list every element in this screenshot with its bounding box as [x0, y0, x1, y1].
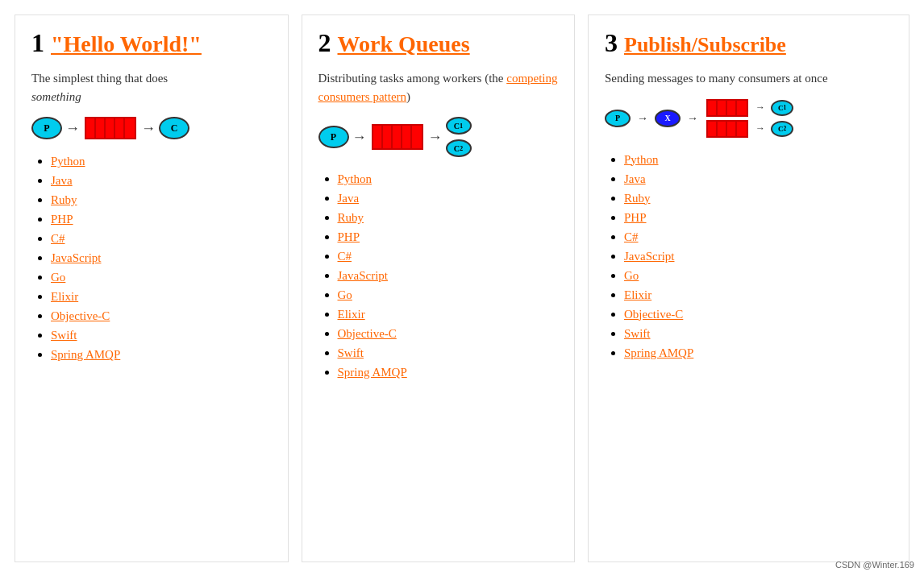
- col2-title: 2 Work Queues: [318, 28, 559, 58]
- list-item: PHP: [338, 230, 559, 244]
- link-swift[interactable]: Swift: [51, 329, 77, 342]
- col1-number: 1: [31, 28, 44, 58]
- arrow-2: →: [141, 120, 156, 137]
- link-ruby[interactable]: Ruby: [624, 192, 651, 205]
- q-seg: [115, 118, 125, 138]
- col1-panel: 1 "Hello World!" The simplest thing that…: [15, 15, 289, 562]
- col3-number: 3: [605, 28, 618, 58]
- q-seg: [86, 118, 96, 138]
- col2-diagram: P → → C1 C2: [318, 117, 559, 157]
- link-python[interactable]: Python: [624, 153, 659, 166]
- exchange-oval: X: [655, 110, 681, 127]
- link-springamqp[interactable]: Spring AMQP: [338, 366, 407, 379]
- list-item: Objective-C: [624, 307, 893, 321]
- multi-queue-consumer: → C1 → C2: [705, 99, 793, 138]
- link-objectivec[interactable]: Objective-C: [51, 309, 110, 322]
- q-seg: [737, 122, 747, 136]
- consumer1-oval: C1: [771, 100, 793, 116]
- link-elixir[interactable]: Elixir: [338, 308, 365, 321]
- link-go[interactable]: Go: [338, 288, 352, 301]
- col3-description: Sending messages to many consumers at on…: [605, 69, 893, 88]
- consumer-row-1: C1: [446, 117, 472, 135]
- link-python[interactable]: Python: [51, 155, 85, 168]
- link-go[interactable]: Go: [51, 271, 65, 284]
- list-item: Go: [624, 268, 893, 283]
- link-objectivec[interactable]: Objective-C: [338, 327, 397, 340]
- arrow-3a: →: [755, 102, 765, 114]
- link-csharp[interactable]: C#: [51, 232, 65, 245]
- list-item: Spring AMQP: [624, 346, 893, 360]
- queue-box-1: [706, 99, 748, 117]
- link-elixir[interactable]: Elixir: [51, 290, 78, 303]
- arrow-1: →: [637, 112, 648, 125]
- col1-description: The simplest thing that does something: [31, 69, 272, 106]
- link-objectivec[interactable]: Objective-C: [624, 308, 683, 321]
- arrow-1: →: [65, 120, 80, 137]
- list-item: Java: [624, 172, 893, 186]
- link-go[interactable]: Go: [624, 269, 639, 282]
- link-javascript[interactable]: JavaScript: [338, 269, 388, 282]
- q-seg: [125, 118, 135, 138]
- link-javascript[interactable]: JavaScript: [51, 251, 101, 264]
- list-item: Ruby: [338, 210, 559, 225]
- q-seg: [708, 122, 718, 136]
- producer-oval: P: [318, 126, 349, 148]
- link-swift[interactable]: Swift: [624, 327, 651, 340]
- link-swift[interactable]: Swift: [338, 346, 364, 359]
- link-php[interactable]: PHP: [624, 211, 647, 224]
- consumer-row-2: C2: [446, 139, 472, 157]
- link-ruby[interactable]: Ruby: [51, 193, 77, 206]
- arrow-1: →: [352, 129, 367, 146]
- q-seg: [737, 101, 747, 115]
- q-seg: [727, 122, 737, 136]
- col2-title-link[interactable]: Work Queues: [338, 31, 470, 57]
- queue-consumer-row-1: → C1: [705, 99, 793, 117]
- link-java[interactable]: Java: [51, 174, 73, 187]
- list-item: C#: [338, 249, 559, 263]
- q-seg: [718, 122, 727, 136]
- q-seg: [383, 126, 393, 148]
- list-item: Swift: [624, 326, 893, 341]
- link-php[interactable]: PHP: [51, 213, 73, 226]
- link-php[interactable]: PHP: [338, 230, 360, 243]
- col3-title-link[interactable]: Publish/Subscribe: [624, 32, 786, 57]
- col2-panel: 2 Work Queues Distributing tasks among w…: [302, 15, 576, 562]
- link-elixir[interactable]: Elixir: [624, 288, 651, 301]
- link-java[interactable]: Java: [624, 172, 646, 185]
- list-item: Objective-C: [51, 309, 272, 323]
- q-seg: [727, 101, 737, 115]
- link-python[interactable]: Python: [338, 172, 373, 185]
- list-item: Swift: [51, 328, 272, 342]
- list-item: JavaScript: [624, 249, 893, 263]
- q-seg: [412, 126, 422, 148]
- list-item: Go: [51, 270, 272, 284]
- arrow-2: →: [687, 112, 698, 125]
- producer-oval: P: [31, 117, 62, 139]
- q-seg: [373, 126, 383, 148]
- multi-consumer: C1 C2: [446, 117, 472, 157]
- consumer2-oval: C2: [446, 139, 472, 157]
- list-item: JavaScript: [51, 251, 272, 265]
- consumer1-oval: C1: [446, 117, 472, 135]
- link-csharp[interactable]: C#: [338, 250, 352, 263]
- col1-title-link[interactable]: "Hello World!": [51, 31, 202, 57]
- q-seg: [402, 126, 412, 148]
- col3-diagram: P → X → → C1 →: [605, 99, 893, 138]
- link-javascript[interactable]: JavaScript: [624, 250, 674, 263]
- link-java[interactable]: Java: [338, 192, 360, 205]
- list-item: Python: [624, 152, 893, 167]
- link-csharp[interactable]: C#: [624, 230, 639, 243]
- queue-box: [372, 124, 423, 150]
- list-item: Spring AMQP: [338, 365, 559, 379]
- col3-title: 3 Publish/Subscribe: [605, 28, 893, 58]
- queue-box-2: [706, 120, 748, 138]
- link-springamqp[interactable]: Spring AMQP: [624, 346, 693, 359]
- list-item: Python: [338, 172, 559, 186]
- col2-links-list: Python Java Ruby PHP C# JavaScript Go El…: [318, 172, 559, 379]
- col1-links-list: Python Java Ruby PHP C# JavaScript Go El…: [31, 154, 272, 362]
- list-item: Java: [51, 173, 272, 188]
- list-item: C#: [624, 230, 893, 244]
- link-springamqp[interactable]: Spring AMQP: [51, 348, 120, 361]
- list-item: Go: [338, 288, 559, 302]
- link-ruby[interactable]: Ruby: [338, 211, 364, 224]
